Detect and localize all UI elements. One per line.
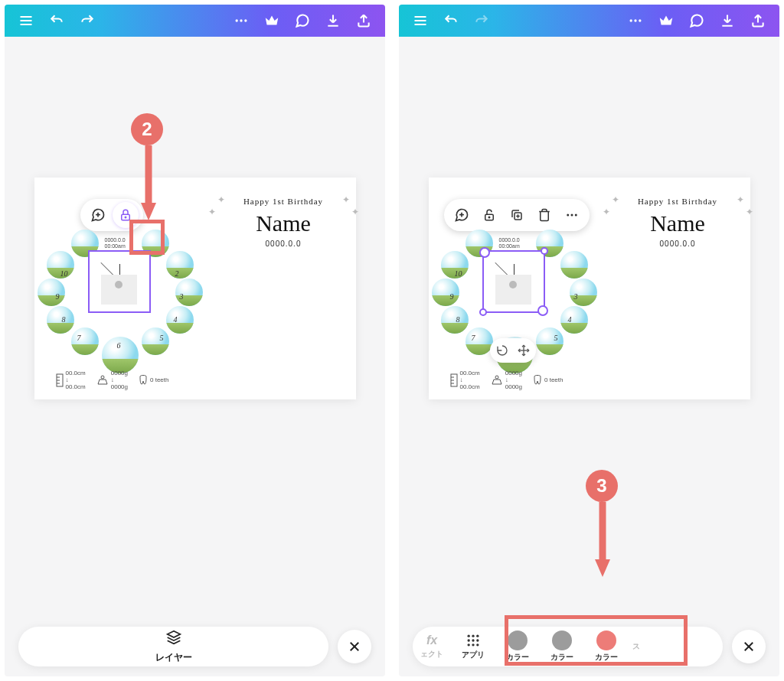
color-button-3[interactable]: カラー — [584, 630, 629, 663]
canvas-area[interactable]: 0000.0.000:00am 3 4 5 7 8 9 10 — [399, 37, 779, 617]
color-swatch-icon — [508, 630, 528, 650]
clock-num: 8 — [62, 315, 66, 324]
svg-point-49 — [472, 639, 474, 641]
color-swatch-icon — [552, 630, 572, 650]
name-text: Name — [613, 210, 743, 236]
screen-left: 2 0000.0.000:00am — [5, 5, 385, 676]
lock-icon[interactable] — [113, 202, 139, 228]
comment-add-icon[interactable] — [449, 202, 475, 228]
color-button-2[interactable]: カラー — [540, 630, 584, 663]
close-button[interactable] — [732, 630, 766, 663]
color-button-1[interactable]: カラー — [495, 630, 540, 663]
resize-handle[interactable] — [479, 308, 487, 316]
color-label: カラー — [506, 652, 529, 663]
close-button[interactable] — [338, 630, 371, 663]
svg-point-24 — [634, 19, 636, 21]
bottom-toolbar: レイヤー — [5, 617, 385, 676]
photo-bubble — [47, 306, 74, 334]
cut-item[interactable]: ス — [629, 641, 644, 652]
scale-icon: 0000g↓0000g — [491, 370, 522, 390]
move-icon[interactable] — [513, 340, 534, 361]
duplicate-icon[interactable] — [504, 202, 530, 228]
unlock-icon[interactable] — [476, 202, 502, 228]
tooth-icon: 0 teeth — [139, 375, 168, 386]
clock-num: 2 — [175, 269, 179, 278]
date-text: 0000.0.0 — [613, 239, 743, 248]
undo-icon[interactable] — [437, 7, 465, 34]
svg-point-47 — [476, 635, 479, 637]
photo-bubble — [560, 251, 588, 279]
name-panel: ✦ ✦ ✦ ✦ Happy 1st Birthday Name 0000.0.0 — [606, 178, 750, 399]
clock-num: 10 — [60, 269, 68, 278]
clock-num: 8 — [456, 315, 460, 324]
comment-icon[interactable] — [683, 7, 710, 34]
download-icon[interactable] — [319, 7, 347, 34]
undo-icon[interactable] — [43, 7, 70, 34]
svg-point-4 — [240, 19, 242, 21]
svg-point-46 — [472, 635, 474, 637]
effects-label: ェクト — [420, 649, 443, 660]
trash-icon[interactable] — [531, 202, 557, 228]
download-icon[interactable] — [714, 7, 741, 34]
birthday-arc-text: Happy 1st Birthday — [613, 197, 743, 206]
layers-button[interactable]: レイヤー — [18, 627, 328, 666]
share-icon[interactable] — [350, 7, 377, 34]
share-icon[interactable] — [744, 7, 772, 34]
redo-icon[interactable] — [74, 7, 101, 34]
comment-icon[interactable] — [289, 7, 316, 34]
more-icon[interactable] — [622, 7, 649, 34]
svg-point-23 — [630, 19, 632, 21]
photo-bubble — [536, 327, 564, 355]
svg-point-42 — [495, 376, 498, 379]
effects-button[interactable]: fx ェクト — [420, 634, 451, 660]
svg-point-16 — [101, 376, 104, 379]
svg-marker-44 — [595, 559, 610, 577]
svg-point-52 — [472, 644, 474, 646]
svg-point-48 — [468, 639, 470, 641]
clock-num: 4 — [568, 315, 572, 324]
ruler-icon: 00.0cm↓00.0cm — [56, 370, 86, 390]
more-icon[interactable] — [559, 202, 585, 228]
star-icon: ✦ — [351, 207, 359, 217]
topbar — [5, 5, 385, 37]
clock-num: 5 — [554, 334, 558, 342]
annotation-badge-2: 2 — [131, 113, 163, 145]
date-text: 0000.0.0 — [219, 239, 348, 248]
star-icon: ✦ — [342, 194, 350, 205]
photo-bubble — [38, 279, 65, 306]
comment-add-icon[interactable] — [85, 202, 111, 228]
redo-icon[interactable] — [468, 7, 495, 34]
time-label: 0000.0.000:00am — [105, 237, 126, 250]
clock-num: 5 — [160, 334, 164, 342]
scale-icon: 0000g↓0000g — [96, 370, 128, 390]
svg-point-5 — [244, 19, 247, 21]
svg-point-33 — [567, 214, 569, 217]
more-icon[interactable] — [227, 7, 255, 34]
crown-icon[interactable] — [652, 7, 680, 34]
clock-design: 0000.0.000:00am 1 2 3 4 5 6 — [34, 178, 211, 399]
menu-icon[interactable] — [12, 7, 40, 34]
selected-photo-frame[interactable] — [88, 250, 151, 313]
crown-icon[interactable] — [258, 7, 286, 34]
metrics-row: 00.0cm↓00.0cm 0000g↓0000g 0 teeth — [56, 370, 169, 390]
clock-num: 9 — [56, 292, 60, 301]
annotation-badge-3: 3 — [586, 470, 618, 502]
context-toolbar — [80, 199, 143, 231]
star-icon: ✦ — [737, 194, 744, 205]
menu-icon[interactable] — [407, 7, 434, 34]
clock-num: 9 — [450, 292, 454, 301]
annotation-arrow-3 — [595, 502, 610, 578]
rotate-icon[interactable] — [492, 340, 513, 361]
design-canvas[interactable]: 0000.0.000:00am 3 4 5 7 8 9 10 — [429, 178, 750, 399]
design-canvas[interactable]: 0000.0.000:00am 1 2 3 4 5 6 — [34, 178, 356, 399]
canvas-area[interactable]: 2 0000.0.000:00am — [5, 37, 385, 617]
resize-handle[interactable] — [541, 247, 548, 255]
svg-point-34 — [570, 214, 573, 217]
svg-point-45 — [468, 635, 470, 637]
star-icon: ✦ — [746, 207, 753, 217]
selected-photo-frame[interactable] — [482, 250, 545, 313]
tool-pill: fx ェクト アプリ カラー カラー カラー ス — [413, 627, 723, 666]
photo-bubble — [432, 279, 459, 306]
apps-button[interactable]: アプリ — [451, 633, 495, 660]
clock-num: 3 — [574, 292, 578, 301]
